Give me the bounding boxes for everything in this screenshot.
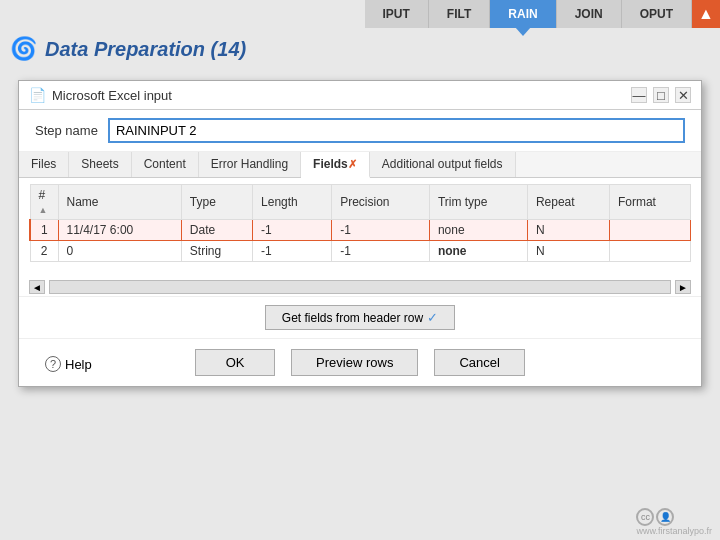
help-label[interactable]: Help [65, 357, 92, 372]
col-header-format: Format [609, 185, 690, 220]
col-header-precision: Precision [332, 185, 430, 220]
nav-tab-filt[interactable]: FILT [429, 0, 490, 28]
tab-fields[interactable]: Fields✗ [301, 152, 370, 178]
excel-icon: 📄 [29, 87, 46, 103]
horizontal-scroll-row: ◄ ► [19, 278, 701, 296]
website-text: www.firstanalypo.fr [636, 526, 712, 536]
cc-badge: cc 👤 [636, 508, 712, 526]
col-header-repeat: Repeat [527, 185, 609, 220]
table-header-row: # ▲ Name Type Length Precision Trim type… [30, 185, 691, 220]
cc-icon: cc [636, 508, 654, 526]
col-header-num: # ▲ [30, 185, 58, 220]
cell-row1-name: 11/4/17 6:00 [58, 220, 181, 241]
cancel-button[interactable]: Cancel [434, 349, 524, 376]
get-fields-label: Get fields from header row [282, 311, 423, 325]
col-num-label: # [39, 188, 46, 202]
cell-row2-name: 0 [58, 241, 181, 262]
cell-row2-num: 2 [30, 241, 58, 262]
fields-table: # ▲ Name Type Length Precision Trim type… [29, 184, 691, 262]
cell-row2-precision: -1 [332, 241, 430, 262]
cell-row1-format [609, 220, 690, 241]
fields-table-area: # ▲ Name Type Length Precision Trim type… [19, 178, 701, 278]
cell-row1-precision: -1 [332, 220, 430, 241]
cell-row2-format [609, 241, 690, 262]
dialog-title-text: Microsoft Excel input [52, 88, 172, 103]
table-row[interactable]: 2 0 String -1 -1 none N [30, 241, 691, 262]
minimize-button[interactable]: — [631, 87, 647, 103]
dialog-footer: ? Help OK Preview rows Cancel [19, 338, 701, 386]
close-button[interactable]: ✕ [675, 87, 691, 103]
tab-files[interactable]: Files [19, 152, 69, 177]
cell-row2-repeat: N [527, 241, 609, 262]
step-name-input[interactable] [108, 118, 685, 143]
cell-row1-trim: none [429, 220, 527, 241]
page-title: Data Preparation (14) [45, 38, 246, 61]
tab-fields-check: ✗ [348, 158, 357, 170]
person-icon: 👤 [656, 508, 674, 526]
step-name-row: Step name [19, 110, 701, 152]
excel-input-dialog: 📄 Microsoft Excel input — □ ✕ Step name … [18, 80, 702, 387]
tab-content[interactable]: Content [132, 152, 199, 177]
dialog-titlebar: 📄 Microsoft Excel input — □ ✕ [19, 81, 701, 110]
tab-additional-output[interactable]: Additional output fields [370, 152, 516, 177]
preview-rows-button[interactable]: Preview rows [291, 349, 418, 376]
top-navigation: IPUT FILT RAIN JOIN OPUT ▲ [365, 0, 720, 28]
cell-row1-repeat: N [527, 220, 609, 241]
page-title-area: 🌀 Data Preparation (14) [10, 28, 246, 70]
tab-fields-label: Fields [313, 157, 348, 171]
dialog-tabs: Files Sheets Content Error Handling Fiel… [19, 152, 701, 178]
cell-row1-num: 1 [30, 220, 58, 241]
dialog-title-left: 📄 Microsoft Excel input [29, 87, 172, 103]
bottom-right-area: cc 👤 www.firstanalypo.fr [636, 508, 712, 536]
get-fields-checkmark-icon: ✓ [427, 310, 438, 325]
scroll-left-button[interactable]: ◄ [29, 280, 45, 294]
get-fields-row: Get fields from header row ✓ [19, 296, 701, 338]
cell-row2-trim: none [429, 241, 527, 262]
sort-arrow-icon: ▲ [39, 205, 48, 215]
scroll-right-button[interactable]: ► [675, 280, 691, 294]
nav-tab-oput[interactable]: OPUT [622, 0, 692, 28]
maximize-button[interactable]: □ [653, 87, 669, 103]
nav-tab-join[interactable]: JOIN [557, 0, 622, 28]
step-name-label: Step name [35, 123, 98, 138]
cell-row2-type: String [181, 241, 252, 262]
ok-button[interactable]: OK [195, 349, 275, 376]
table-row[interactable]: 1 11/4/17 6:00 Date -1 -1 none N [30, 220, 691, 241]
tab-sheets[interactable]: Sheets [69, 152, 131, 177]
nav-arrow-button[interactable]: ▲ [692, 0, 720, 28]
dialog-window-controls: — □ ✕ [631, 87, 691, 103]
cell-row2-length: -1 [253, 241, 332, 262]
cell-row1-length: -1 [253, 220, 332, 241]
col-header-name: Name [58, 185, 181, 220]
cell-row1-type: Date [181, 220, 252, 241]
nav-tab-iput[interactable]: IPUT [365, 0, 429, 28]
tab-error-handling[interactable]: Error Handling [199, 152, 301, 177]
get-fields-button[interactable]: Get fields from header row ✓ [265, 305, 455, 330]
help-icon[interactable]: ? [45, 356, 61, 372]
col-header-trim: Trim type [429, 185, 527, 220]
nav-tab-rain[interactable]: RAIN [490, 0, 556, 28]
horizontal-scrollbar[interactable] [49, 280, 671, 294]
col-header-type: Type [181, 185, 252, 220]
col-header-length: Length [253, 185, 332, 220]
spiral-icon: 🌀 [10, 36, 37, 62]
